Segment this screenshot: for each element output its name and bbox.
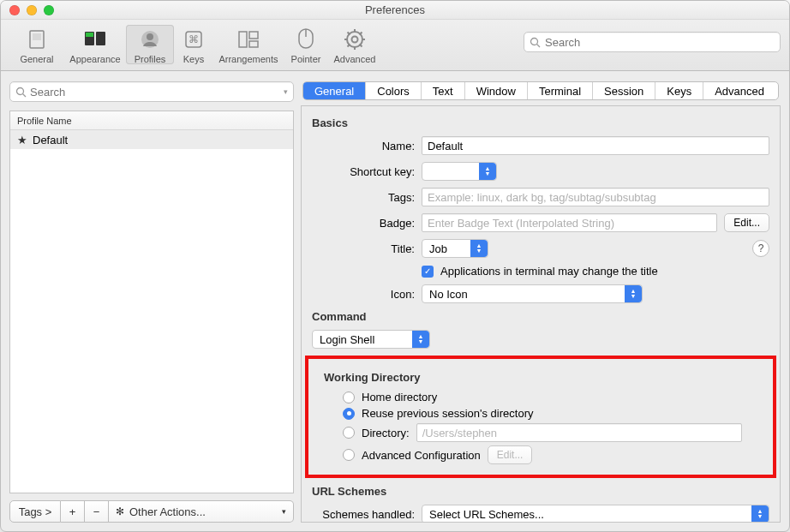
svg-line-25 bbox=[537, 44, 541, 47]
url-schemes-heading: URL Schemes bbox=[312, 485, 769, 498]
sidebar-search-field[interactable]: ▾ bbox=[9, 81, 294, 102]
svg-point-6 bbox=[147, 33, 153, 40]
toolbar-item-general[interactable]: General bbox=[9, 25, 64, 64]
badge-edit-button[interactable]: Edit... bbox=[724, 213, 769, 232]
toolbar-search-field[interactable] bbox=[524, 32, 781, 52]
icon-select[interactable]: No Icon ▲▼ bbox=[422, 284, 643, 303]
wd-advanced-edit-button[interactable]: Edit... bbox=[488, 445, 533, 464]
shortcut-select[interactable]: ▲▼ bbox=[422, 162, 497, 181]
general-icon bbox=[24, 27, 50, 52]
svg-rect-9 bbox=[239, 32, 247, 47]
wd-advanced-row[interactable]: Advanced Configuration Edit... bbox=[343, 445, 766, 464]
remove-profile-button[interactable]: − bbox=[85, 500, 109, 523]
close-window-button[interactable] bbox=[9, 5, 20, 15]
toolbar-item-pointer[interactable]: Pointer bbox=[284, 25, 328, 64]
shell-value: Login Shell bbox=[320, 333, 374, 346]
wd-directory-row[interactable]: Directory: bbox=[343, 423, 766, 442]
tab-session[interactable]: Session bbox=[593, 82, 655, 99]
tab-general[interactable]: General bbox=[303, 82, 366, 99]
title-label: Title: bbox=[312, 242, 415, 255]
tab-window[interactable]: Window bbox=[465, 82, 528, 99]
wd-home-label: Home directory bbox=[362, 391, 437, 403]
schemes-select[interactable]: Select URL Schemes... ▲▼ bbox=[422, 505, 769, 523]
toolbar-label: Profiles bbox=[135, 54, 166, 64]
toolbar-label: General bbox=[20, 54, 53, 64]
toolbar-item-profiles[interactable]: Profiles bbox=[126, 25, 174, 64]
sidebar-bottom-bar: Tags > + − ✻ Other Actions... ▾ bbox=[9, 500, 294, 523]
add-profile-button[interactable]: + bbox=[61, 500, 85, 523]
tab-keys[interactable]: Keys bbox=[655, 82, 703, 99]
other-actions-label: Other Actions... bbox=[129, 505, 206, 518]
tab-advanced[interactable]: Advanced bbox=[703, 82, 775, 99]
profile-list: Profile Name ★ Default bbox=[9, 111, 294, 493]
svg-point-26 bbox=[17, 87, 24, 94]
preferences-toolbar: General Appearance Profiles ⌘ Keys Arran… bbox=[1, 20, 789, 71]
name-label: Name: bbox=[312, 140, 415, 152]
profile-list-header: Profile Name bbox=[10, 111, 293, 130]
other-actions-button[interactable]: ✻ Other Actions... ▾ bbox=[109, 500, 294, 523]
titlebar: Preferences bbox=[1, 1, 789, 20]
tags-button[interactable]: Tags > bbox=[9, 500, 61, 523]
wd-directory-label: Directory: bbox=[362, 427, 410, 439]
profile-name-input[interactable] bbox=[422, 136, 769, 155]
preferences-window: Preferences General Appearance Profiles … bbox=[0, 0, 790, 532]
wd-advanced-radio[interactable] bbox=[343, 449, 355, 461]
svg-rect-3 bbox=[86, 33, 93, 37]
icon-value: No Icon bbox=[429, 288, 468, 301]
sidebar-search-input[interactable] bbox=[30, 86, 280, 99]
command-shell-select[interactable]: Login Shell ▲▼ bbox=[312, 330, 430, 349]
tab-colors[interactable]: Colors bbox=[366, 82, 422, 99]
svg-line-20 bbox=[348, 33, 350, 35]
tags-input[interactable] bbox=[422, 188, 769, 206]
star-icon: ★ bbox=[17, 134, 27, 146]
toolbar-label: Keys bbox=[183, 54, 204, 64]
wd-directory-radio[interactable] bbox=[343, 427, 355, 439]
svg-rect-11 bbox=[249, 41, 258, 47]
svg-line-22 bbox=[360, 33, 362, 35]
minimize-window-button[interactable] bbox=[27, 5, 37, 15]
advanced-gear-icon bbox=[342, 27, 368, 52]
general-pane: Basics Name: Shortcut key: ▲▼ Tags: bbox=[301, 105, 781, 523]
svg-rect-4 bbox=[96, 32, 105, 45]
wd-home-radio[interactable] bbox=[343, 392, 355, 403]
wd-reuse-radio[interactable] bbox=[343, 408, 355, 420]
toolbar-item-keys[interactable]: ⌘ Keys bbox=[174, 25, 213, 64]
toolbar-search-input[interactable] bbox=[545, 36, 775, 49]
svg-line-27 bbox=[23, 93, 27, 97]
chevron-down-icon: ▾ bbox=[282, 507, 286, 516]
apps-change-title-checkbox[interactable]: ✓ bbox=[422, 266, 434, 278]
schemes-value: Select URL Schemes... bbox=[429, 508, 544, 521]
toolbar-item-arrangements[interactable]: Arrangements bbox=[213, 25, 284, 64]
zoom-window-button[interactable] bbox=[44, 5, 54, 15]
stepper-arrows-icon: ▲▼ bbox=[625, 285, 642, 302]
toolbar-item-appearance[interactable]: Appearance bbox=[64, 25, 126, 64]
icon-label: Icon: bbox=[312, 288, 415, 301]
title-help-button[interactable]: ? bbox=[752, 240, 769, 257]
badge-input[interactable] bbox=[422, 213, 717, 232]
svg-point-24 bbox=[531, 38, 538, 45]
svg-line-23 bbox=[348, 45, 350, 47]
tab-text[interactable]: Text bbox=[422, 82, 465, 99]
profiles-icon bbox=[137, 27, 163, 52]
toolbar-label: Pointer bbox=[291, 54, 321, 64]
svg-line-21 bbox=[360, 45, 362, 47]
toolbar-search bbox=[524, 32, 781, 52]
toolbar-item-advanced[interactable]: Advanced bbox=[328, 25, 381, 64]
pointer-icon bbox=[293, 27, 319, 52]
search-icon bbox=[15, 87, 27, 98]
chevron-down-icon[interactable]: ▾ bbox=[284, 87, 288, 96]
keys-icon: ⌘ bbox=[181, 27, 206, 52]
basics-heading: Basics bbox=[312, 117, 769, 129]
profile-row-default[interactable]: ★ Default bbox=[10, 130, 293, 149]
window-controls bbox=[9, 5, 54, 15]
wd-reuse-row[interactable]: Reuse previous session's directory bbox=[343, 407, 766, 420]
wd-home-row[interactable]: Home directory bbox=[343, 391, 766, 403]
tab-terminal[interactable]: Terminal bbox=[528, 82, 593, 99]
title-select[interactable]: Job ▲▼ bbox=[422, 239, 488, 258]
svg-text:⌘: ⌘ bbox=[189, 33, 199, 45]
shortcut-label: Shortcut key: bbox=[312, 165, 415, 178]
wd-directory-input[interactable] bbox=[416, 423, 742, 442]
toolbar-label: Arrangements bbox=[218, 54, 278, 64]
title-value: Job bbox=[429, 242, 447, 255]
svg-point-15 bbox=[352, 37, 358, 43]
